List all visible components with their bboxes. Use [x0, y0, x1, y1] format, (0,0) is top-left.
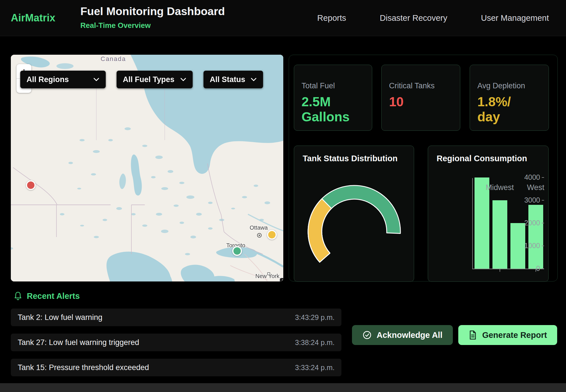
- stat-value: 1.8%/ day: [477, 94, 549, 124]
- x-axis-label: West: [513, 183, 559, 192]
- tank-marker-warning[interactable]: [267, 230, 277, 240]
- stat-label: Avg Depletion: [477, 81, 549, 90]
- acknowledge-all-label: Acknowledge All: [377, 330, 443, 340]
- y-axis-tick: [542, 268, 544, 269]
- region-filter-value: All Regions: [27, 75, 69, 84]
- alert-message: Tank 27: Low fuel warning triggered: [18, 338, 139, 347]
- regional-consumption-chart-card: Regional Consumption MidwestWest01000200…: [428, 146, 549, 282]
- alerts-title: Recent Alerts: [27, 291, 80, 301]
- bar-West[interactable]: [528, 205, 543, 269]
- status-filter-dropdown[interactable]: All Status: [203, 71, 263, 88]
- y-axis-tick: [542, 177, 544, 178]
- map-label-canada: Canada: [101, 55, 126, 63]
- tank-status-doughnut-chart: [294, 146, 414, 282]
- y-axis-label: 3000: [506, 196, 540, 204]
- overview-panel: Total Fuel 2.5M Gallons Critical Tanks 1…: [289, 55, 558, 281]
- chevron-down-icon: [251, 77, 257, 81]
- doughnut-segment-warning[interactable]: [308, 199, 331, 262]
- alert-row[interactable]: Tank 15: Pressure threshold exceeded 3:3…: [11, 359, 341, 376]
- y-axis-tick: [542, 223, 544, 223]
- status-filter-value: All Status: [210, 75, 245, 84]
- alert-timestamp: 3:33:24 p.m.: [295, 364, 335, 372]
- alert-timestamp: 3:38:24 p.m.: [295, 338, 335, 347]
- fuel-type-filter-dropdown[interactable]: All Fuel Types: [117, 71, 193, 88]
- footer-bar: [0, 383, 566, 392]
- stat-label: Total Fuel: [302, 81, 372, 90]
- alert-timestamp: 3:43:29 p.m.: [295, 313, 335, 322]
- alerts-header: Recent Alerts: [14, 291, 80, 301]
- map-label-ottawa: Ottawa: [250, 224, 268, 231]
- x-axis-tick: [500, 269, 500, 272]
- tank-marker-critical[interactable]: [26, 180, 36, 190]
- y-axis-tick: [542, 200, 544, 201]
- map-filter-bar: All Regions All Fuel Types All Status: [20, 71, 263, 88]
- page-title: Fuel Monitoring Dashboard: [80, 5, 225, 18]
- stat-value: 10: [389, 94, 460, 109]
- tank-marker-normal[interactable]: [232, 246, 242, 256]
- nav-item-reports[interactable]: Reports: [317, 13, 346, 23]
- main-nav: Reports Disaster Recovery User Managemen…: [317, 0, 549, 36]
- alert-row[interactable]: Tank 2: Low fuel warning 3:43:29 p.m.: [11, 309, 341, 326]
- y-axis-tick: [542, 246, 544, 246]
- fuel-monitoring-dashboard: AirMatrix Fuel Monitoring Dashboard Real…: [0, 0, 566, 392]
- bar-Midwest[interactable]: [492, 200, 507, 269]
- y-axis-label: 4000: [506, 173, 540, 181]
- nav-item-disaster-recovery[interactable]: Disaster Recovery: [380, 13, 447, 23]
- alert-message: Tank 15: Pressure threshold exceeded: [18, 363, 149, 372]
- stat-card-avg-depletion: Avg Depletion 1.8%/ day: [470, 65, 549, 131]
- brand-logo: AirMatrix: [11, 12, 55, 24]
- regional-consumption-bar-chart: MidwestWest01000200030004000: [472, 178, 544, 269]
- ottawa-city-dot: [257, 233, 262, 238]
- chart-title: Tank Status Distribution: [303, 154, 398, 163]
- tank-status-chart-card: Tank Status Distribution: [294, 146, 414, 282]
- newyork-city-dot: [267, 272, 270, 275]
- acknowledge-all-button[interactable]: Acknowledge All: [352, 325, 453, 345]
- generate-report-label: Generate Report: [482, 330, 547, 340]
- check-circle-icon: [363, 330, 372, 340]
- generate-report-button[interactable]: Generate Report: [458, 325, 557, 345]
- nav-item-user-management[interactable]: User Management: [481, 13, 549, 23]
- app-header: AirMatrix Fuel Monitoring Dashboard Real…: [0, 0, 566, 36]
- page-subtitle: Real-Time Overview: [80, 21, 151, 30]
- chevron-down-icon: [180, 77, 186, 81]
- stat-label: Critical Tanks: [389, 81, 460, 90]
- stat-card-total-fuel: Total Fuel 2.5M Gallons: [294, 65, 372, 131]
- stat-card-critical-tanks: Critical Tanks 10: [381, 65, 460, 131]
- region-filter-dropdown[interactable]: All Regions: [20, 71, 106, 88]
- chevron-down-icon: [93, 77, 99, 81]
- alert-message: Tank 2: Low fuel warning: [18, 313, 102, 322]
- stat-value: 2.5M Gallons: [302, 94, 372, 124]
- fuel-type-filter-value: All Fuel Types: [123, 75, 174, 84]
- alert-row[interactable]: Tank 27: Low fuel warning triggered 3:38…: [11, 334, 341, 351]
- map-panel[interactable]: Canada Ottawa Toronto New York + − All R…: [11, 55, 283, 281]
- bell-icon: [14, 291, 22, 301]
- chart-title: Regional Consumption: [437, 154, 527, 163]
- y-axis-label: 1000: [506, 242, 540, 250]
- drag-dots-icon: [282, 279, 283, 281]
- y-axis-label: 0: [506, 264, 540, 273]
- y-axis-label: 2000: [506, 219, 540, 227]
- map-resize-handle[interactable]: [279, 277, 283, 281]
- document-icon: [469, 330, 477, 340]
